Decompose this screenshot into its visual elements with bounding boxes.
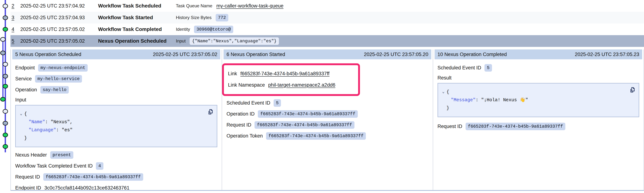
table-row-event-5-selected[interactable]: 5 2025-02-25 UTC 23:57:05.02 Nexus Opera… — [10, 35, 644, 47]
result-json-viewer: ⌄{ "Message": "¡Hola! Nexus 👋" } — [438, 83, 639, 117]
field-endpoint: Endpoint my-nexus-endpoint — [15, 64, 217, 72]
field-scheduled-event-id: Scheduled Event ID 5 — [226, 99, 428, 107]
json-key: "Message" — [451, 97, 476, 103]
link-namespace-link[interactable]: phil-target-namespace2.a2dd6 — [268, 82, 335, 88]
input-section-label: Input — [15, 97, 217, 103]
service-badge: my-hello-service — [35, 75, 82, 83]
event-timestamp: 2025-02-25 UTC 23:57:05.02 — [20, 38, 98, 44]
operation-badge: say-hello — [40, 86, 69, 94]
collapse-chevron-icon[interactable]: ⌄ — [18, 110, 24, 118]
panel-title: 5 Nexus Operation Scheduled — [15, 52, 81, 57]
scheduled-event-id-badge: 5 — [274, 99, 281, 107]
field-link-namespace: Link Namespace phil-target-namespace2.a2… — [228, 81, 354, 89]
timeline-node[interactable] — [3, 109, 8, 113]
event-title: Workflow Task Scheduled — [98, 3, 176, 9]
json-key: "Name" — [28, 119, 45, 125]
workflow-history-view: 2 2025-02-25 UTC 23:57:04.92 Workflow Ta… — [0, 0, 644, 193]
field-operation-token: Operation Token f665283f-743e-4374-b45b-… — [226, 132, 428, 140]
event-id-link[interactable]: 3 — [10, 15, 20, 20]
event-timestamp: 2025-02-25 UTC 23:57:04.93 — [20, 15, 98, 20]
field-operation-id: Operation ID f665283f-743e-4374-b45b-9a6… — [226, 110, 428, 118]
event-timestamp: 2025-02-25 UTC 23:57:04.92 — [20, 3, 98, 9]
collapse-chevron-icon[interactable]: ⌄ — [440, 88, 446, 96]
panel-nexus-operation-scheduled: 5 Nexus Operation Scheduled 2025-02-25 U… — [11, 49, 222, 190]
history-size-badge: 772 — [216, 14, 228, 21]
timeline-node[interactable] — [3, 27, 8, 31]
field-operation: Operation say-hello — [15, 86, 217, 94]
timeline-node[interactable] — [3, 121, 8, 125]
scheduled-event-id-badge: 5 — [484, 64, 492, 72]
timeline-node[interactable] — [0, 37, 5, 41]
event-detail-panels: 5 Nexus Operation Scheduled 2025-02-25 U… — [10, 49, 644, 191]
operation-token-badge: f665283f-743e-4374-b45b-9a61a89337ff — [266, 132, 366, 140]
table-row-event-2[interactable]: 2 2025-02-25 UTC 23:57:04.92 Workflow Ta… — [10, 0, 644, 12]
link-highlight-box: Link f665283f-743e-4374-b45b-9a61a89337f… — [222, 63, 360, 96]
event-timestamp: 2025-02-25 UTC 23:57:05.02 — [20, 26, 98, 32]
panel-nexus-operation-started: 6 Nexus Operation Started 2025-02-25 UTC… — [222, 49, 432, 190]
panel-title: 10 Nexus Operation Completed — [438, 52, 507, 57]
field-wtc-event-id: Workflow Task Completed Event ID 4 — [15, 162, 217, 170]
wtc-event-id-badge: 4 — [96, 162, 103, 170]
json-value: "es" — [62, 127, 72, 133]
task-queue-link[interactable]: my-caller-workflow-task-queue — [216, 3, 284, 9]
nexus-header-badge: present — [50, 151, 74, 159]
json-value: "¡Hola! Nexus 👋" — [481, 97, 528, 103]
endpoint-id-link[interactable]: 3c0c75ccfa8144b092c13ce632463761 — [44, 185, 130, 190]
field-service: Service my-hello-service — [15, 75, 217, 83]
endpoint-badge: my-nexus-endpoint — [38, 64, 88, 72]
table-row-event-4[interactable]: 4 2025-02-25 UTC 23:57:05.02 Workflow Ta… — [10, 23, 644, 35]
event-title: Workflow Task Started — [98, 15, 176, 20]
event-id-link[interactable]: 5 — [10, 38, 20, 44]
table-row-event-3[interactable]: 3 2025-02-25 UTC 23:57:04.93 Workflow Ta… — [10, 12, 644, 23]
event-detail-label: Task Queue Name — [176, 3, 212, 8]
field-request-id: Request ID f665283f-743e-4374-b45b-9a61a… — [438, 122, 639, 130]
field-request-id: Request ID f665283f-743e-4374-b45b-9a61a… — [15, 173, 217, 181]
panel-header: 5 Nexus Operation Scheduled 2025-02-25 U… — [12, 49, 220, 59]
result-section-label: Result — [438, 75, 639, 81]
event-detail-label: Input — [176, 38, 186, 44]
event-detail-label: Identity — [176, 27, 190, 32]
panel-header: 10 Nexus Operation Completed 2025-02-25 … — [434, 49, 642, 59]
copy-icon[interactable] — [207, 108, 214, 115]
event-timeline-graph — [0, 0, 10, 193]
panel-title: 6 Nexus Operation Started — [226, 52, 285, 57]
event-title: Nexus Operation Scheduled — [98, 38, 176, 44]
request-id-badge: f665283f-743e-4374-b45b-9a61a89337ff — [466, 123, 565, 130]
event-history-rows: 2 2025-02-25 UTC 23:57:04.92 Workflow Ta… — [10, 0, 644, 47]
field-scheduled-event-id: Scheduled Event ID 5 — [438, 64, 639, 72]
timeline-node[interactable] — [3, 16, 8, 20]
event-id-link[interactable]: 4 — [10, 26, 20, 32]
panel-header: 6 Nexus Operation Started 2025-02-25 UTC… — [224, 49, 431, 59]
json-key: "Language" — [28, 127, 56, 133]
timeline-node[interactable] — [3, 62, 8, 66]
field-link: Link f665283f-743e-4374-b45b-9a61a89337f… — [228, 70, 354, 78]
event-title: Workflow Task Completed — [98, 26, 176, 32]
field-endpoint-id: Endpoint ID 3c0c75ccfa8144b092c13ce63246… — [15, 184, 217, 190]
timeline-node[interactable] — [3, 84, 8, 88]
link-value-link[interactable]: f665283f-743e-4374-b45b-9a61a89337ff — [240, 71, 330, 77]
panel-nexus-operation-completed: 10 Nexus Operation Completed 2025-02-25 … — [433, 49, 644, 190]
request-id-badge: f665283f-743e-4374-b45b-9a61a89337ff — [43, 173, 143, 181]
timeline-node[interactable] — [0, 51, 5, 55]
panel-timestamp: 2025-02-25 UTC 23:57:05.20 — [364, 52, 428, 57]
panel-timestamp: 2025-02-25 UTC 23:57:05.23 — [575, 52, 639, 57]
field-nexus-header: Nexus Header present — [15, 151, 217, 159]
identity-badge: 30960@totoro@ — [194, 26, 233, 33]
input-json-viewer: ⌄{ "Name": "Nexus", "Language": "es" } — [15, 105, 217, 147]
event-id-link[interactable]: 2 — [10, 3, 20, 9]
panel-timestamp: 2025-02-25 UTC 23:57:05.02 — [153, 52, 217, 57]
field-request-id: Request ID f665283f-743e-4374-b45b-9a61a… — [226, 121, 428, 129]
event-detail-label: History Size Bytes — [176, 15, 212, 20]
timeline-node[interactable] — [0, 97, 5, 101]
timeline-node[interactable] — [3, 133, 8, 137]
json-value: "Nexus", — [50, 119, 72, 125]
timeline-node[interactable] — [3, 4, 8, 8]
copy-icon[interactable] — [629, 86, 636, 93]
request-id-badge: f665283f-743e-4374-b45b-9a61a89337ff — [254, 121, 354, 129]
input-badge: {"Name":"Nexus","Language":"es"} — [190, 37, 279, 45]
timeline-node[interactable] — [3, 145, 8, 149]
operation-id-badge: f665283f-743e-4374-b45b-9a61a89337ff — [258, 110, 358, 118]
timeline-node[interactable] — [3, 74, 8, 78]
